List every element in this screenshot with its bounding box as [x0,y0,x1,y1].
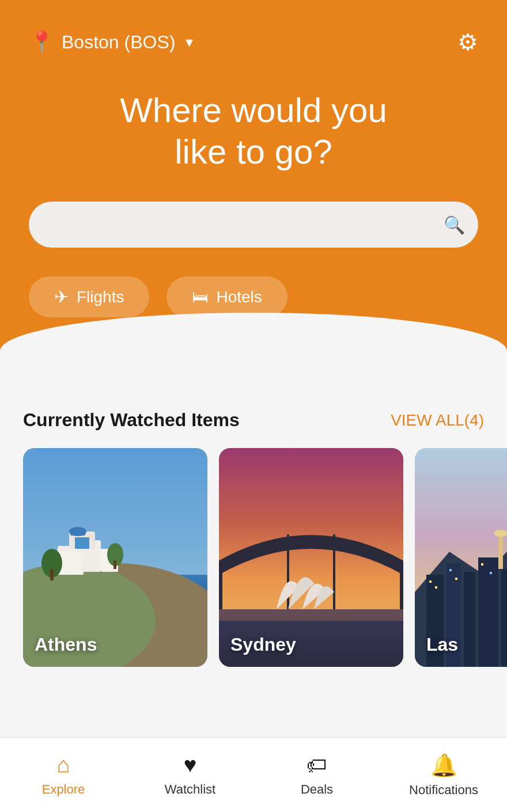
las-card-label: Las [426,634,458,655]
flights-label: Flights [77,288,124,306]
search-icon: 🔍 [444,215,465,235]
notifications-bell-icon: 🔔 [430,753,457,778]
deals-label: Deals [301,782,333,797]
svg-rect-27 [478,557,498,667]
hotels-button[interactable]: 🛏 Hotels [167,276,287,317]
watchlist-heart-icon: ♥ [184,753,197,777]
hero-category-buttons: ✈ Flights 🛏 Hotels [0,276,507,317]
hotels-label: Hotels [216,288,262,306]
svg-rect-34 [435,586,437,589]
deals-tag-icon: 🏷 [307,753,327,777]
svg-rect-38 [490,572,492,574]
watched-section-header: Currently Watched Items VIEW ALL(4) [0,386,507,448]
svg-rect-37 [481,563,483,566]
flights-icon: ✈ [54,287,69,307]
nav-explore[interactable]: ⌂ Explore [23,753,104,797]
bottom-navigation: ⌂ Explore ♥ Watchlist 🏷 Deals 🔔 Notifica… [0,737,507,812]
svg-point-40 [494,530,507,537]
hotels-icon: 🛏 [192,287,208,306]
svg-rect-28 [501,569,507,667]
svg-rect-15 [113,560,116,569]
nav-watchlist[interactable]: ♥ Watchlist [150,753,230,797]
search-button[interactable]: 🔍 [437,207,471,242]
svg-rect-13 [50,569,54,580]
header-bar: 📍 Boston (BOS) ▾ ⚙ [0,0,507,55]
flights-button[interactable]: ✈ Flights [29,276,149,317]
explore-home-icon: ⌂ [57,753,70,777]
view-all-link[interactable]: VIEW ALL(4) [391,411,484,430]
svg-rect-36 [455,578,457,580]
svg-rect-39 [498,534,503,569]
hero-tagline: Where would you like to go? [58,90,449,173]
svg-rect-22 [219,609,403,621]
explore-label: Explore [42,782,85,797]
svg-rect-35 [449,569,452,571]
main-content: Currently Watched Items VIEW ALL(4) [0,386,507,782]
location-pin-icon: 📍 [29,30,55,54]
card-athens[interactable]: Athens [23,448,207,667]
notifications-label: Notifications [409,783,478,798]
hero-section: 📍 Boston (BOS) ▾ ⚙ Where would you like … [0,0,507,386]
watchlist-label: Watchlist [165,782,215,797]
search-input[interactable] [29,202,478,248]
svg-rect-33 [429,580,432,583]
watched-cards-row: Athens [0,448,507,667]
location-text: Boston (BOS) [62,32,175,53]
athens-card-label: Athens [35,634,97,655]
nav-deals[interactable]: 🏷 Deals [277,753,357,797]
card-sydney[interactable]: Sydney [219,448,403,667]
svg-rect-11 [70,530,85,536]
settings-button[interactable]: ⚙ [457,29,478,55]
sydney-card-label: Sydney [230,634,296,655]
watched-section-title: Currently Watched Items [23,409,240,431]
svg-rect-9 [75,537,89,549]
chevron-down-icon: ▾ [186,33,193,51]
gear-icon: ⚙ [457,29,478,55]
nav-notifications[interactable]: 🔔 Notifications [403,753,484,798]
location-selector[interactable]: 📍 Boston (BOS) ▾ [29,30,193,54]
search-wrapper: 🔍 [29,202,478,248]
card-las[interactable]: Las [415,448,507,667]
svg-rect-26 [464,572,475,667]
